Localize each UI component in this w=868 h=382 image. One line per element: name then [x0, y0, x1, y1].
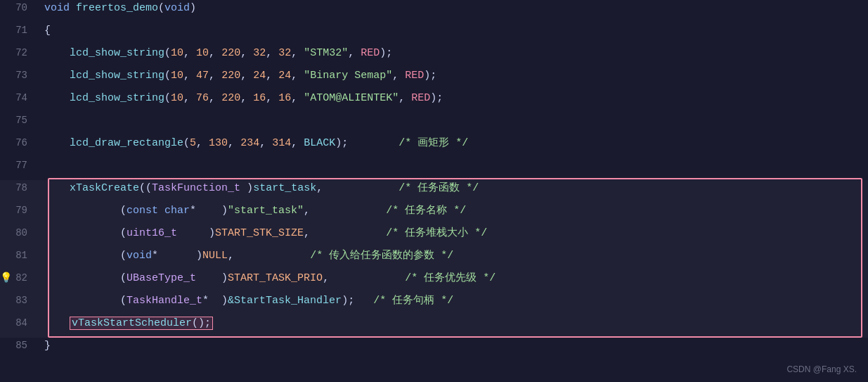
- line-content-75: [39, 113, 868, 129]
- line-content-76: lcd_draw_rectangle(5, 130, 234, 314, BLA…: [39, 135, 868, 152]
- line-content-78: xTaskCreate((TaskFunction_t )start_task,…: [39, 180, 868, 197]
- watermark: CSDN @Fang XS.: [786, 363, 857, 376]
- code-editor: 70 void freertos_demo(void) 71 { 72 lcd_…: [0, 0, 868, 382]
- line-num-79: 79: [0, 203, 39, 218]
- line-num-72: 72: [0, 45, 39, 61]
- code-line-72: 72 lcd_show_string(10, 10, 220, 32, 32, …: [0, 45, 868, 68]
- line-num-83: 83: [0, 293, 39, 308]
- line-num-78: 78: [0, 180, 39, 196]
- line-content-85: }: [39, 338, 868, 355]
- line-num-85: 85: [0, 338, 39, 353]
- line-num-70: 70: [0, 0, 39, 15]
- line-content-79: (const char* )"start_task", /* 任务名称 */: [39, 203, 868, 219]
- code-line-82: 💡 82 (UBaseType_t )START_TASK_PRIO, /* 任…: [0, 270, 868, 293]
- line-num-84: 84: [0, 315, 39, 331]
- line-content-74: lcd_show_string(10, 76, 220, 16, 16, "AT…: [39, 90, 868, 107]
- code-line-76: 76 lcd_draw_rectangle(5, 130, 234, 314, …: [0, 135, 868, 158]
- line-num-80: 80: [0, 225, 39, 241]
- line-content-72: lcd_show_string(10, 10, 220, 32, 32, "ST…: [39, 45, 868, 62]
- code-line-79: 79 (const char* )"start_task", /* 任务名称 *…: [0, 203, 868, 225]
- line-content-83: (TaskHandle_t* )&StartTask_Handler); /* …: [39, 293, 868, 310]
- code-line-80: 80 (uint16_t )START_STK_SIZE, /* 任务堆栈大小 …: [0, 225, 868, 248]
- line-content-77: [39, 158, 868, 174]
- code-line-73: 73 lcd_show_string(10, 47, 220, 24, 24, …: [0, 68, 868, 90]
- line-content-70: void freertos_demo(void): [39, 0, 868, 17]
- line-content-81: (void* )NULL, /* 传入给任务函数的参数 */: [39, 248, 868, 265]
- code-line-83: 83 (TaskHandle_t* )&StartTask_Handler); …: [0, 293, 868, 315]
- code-line-74: 74 lcd_show_string(10, 76, 220, 16, 16, …: [0, 90, 868, 113]
- code-line-70: 70 void freertos_demo(void): [0, 0, 868, 23]
- line-content-84: vTaskStartScheduler();: [39, 315, 868, 332]
- line-num-71: 71: [0, 23, 39, 38]
- line-num-76: 76: [0, 135, 39, 151]
- line-content-82: (UBaseType_t )START_TASK_PRIO, /* 任务优先级 …: [39, 270, 868, 287]
- code-line-78: 78 xTaskCreate((TaskFunction_t )start_ta…: [0, 180, 868, 203]
- line-content-80: (uint16_t )START_STK_SIZE, /* 任务堆栈大小 */: [39, 225, 868, 242]
- lightbulb-icon[interactable]: 💡: [0, 270, 12, 286]
- code-line-85: 85 }: [0, 338, 868, 360]
- line-num-74: 74: [0, 90, 39, 106]
- line-num-82: 82: [12, 270, 39, 286]
- code-line-81: 81 (void* )NULL, /* 传入给任务函数的参数 */: [0, 248, 868, 270]
- line-num-75: 75: [0, 113, 39, 128]
- line-num-81: 81: [0, 248, 39, 263]
- code-line-84: 84 vTaskStartScheduler();: [0, 315, 868, 338]
- line-content-71: {: [39, 23, 868, 39]
- code-line-77: 77: [0, 158, 868, 180]
- code-line-75: 75: [0, 113, 868, 135]
- code-line-71: 71 {: [0, 23, 868, 45]
- line-content-73: lcd_show_string(10, 47, 220, 24, 24, "Bi…: [39, 68, 868, 84]
- line-num-73: 73: [0, 68, 39, 83]
- line-num-77: 77: [0, 158, 39, 173]
